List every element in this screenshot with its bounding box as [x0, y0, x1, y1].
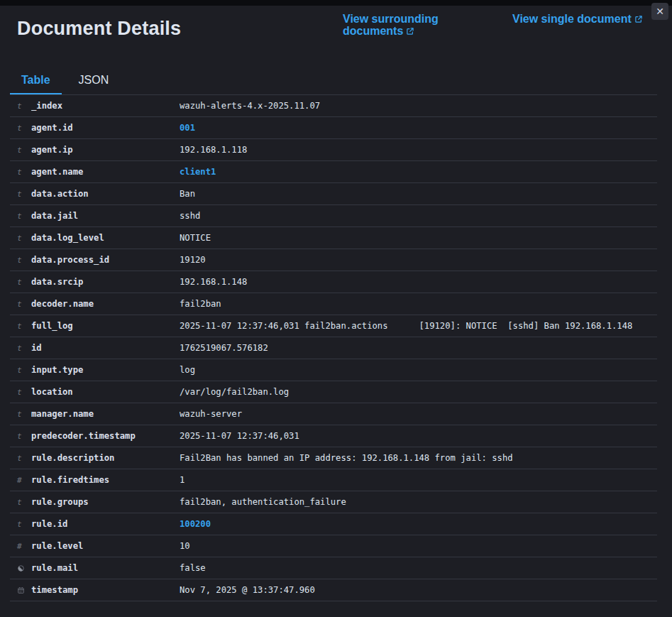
text-field-icon: t: [17, 366, 22, 375]
text-field-icon: t: [17, 432, 22, 441]
field-type-icon-cell: #: [17, 476, 31, 485]
field-name: manager.name: [31, 409, 180, 419]
view-surrounding-documents-link[interactable]: View surrounding documents: [343, 13, 453, 37]
field-type-icon-cell: t: [17, 300, 31, 309]
text-field-icon: t: [17, 322, 22, 331]
field-name: predecoder.timestamp: [31, 431, 180, 441]
tab-json[interactable]: JSON: [67, 67, 121, 94]
document-table: t_indexwazuh-alerts-4.x-2025.11.07tagent…: [10, 95, 657, 601]
field-value: false: [180, 563, 657, 573]
field-type-icon-cell: t: [17, 388, 31, 397]
field-type-icon-cell: t: [17, 498, 31, 507]
table-row: trule.descriptionFail2Ban has banned an …: [10, 447, 657, 469]
field-value: log: [180, 365, 657, 375]
table-row: tinput.typelog: [10, 359, 657, 381]
view-surrounding-documents-label: View surrounding documents: [343, 13, 439, 37]
table-row: #rule.level10: [10, 535, 657, 557]
field-type-icon-cell: t: [17, 168, 31, 177]
text-field-icon: t: [17, 344, 22, 353]
field-type-icon-cell: t: [17, 410, 31, 419]
table-row: tagent.id001: [10, 117, 657, 139]
table-row: tdata.jailsshd: [10, 205, 657, 227]
field-name: full_log: [31, 321, 180, 331]
field-value: 1: [180, 475, 657, 485]
page-background-strip: [0, 0, 672, 6]
text-field-icon: t: [17, 300, 22, 309]
table-row: trule.groupsfail2ban, authentication_fai…: [10, 491, 657, 513]
field-value: wazuh-alerts-4.x-2025.11.07: [180, 101, 657, 111]
field-value-link[interactable]: 100200: [180, 519, 657, 529]
field-value-link[interactable]: client1: [180, 167, 657, 177]
field-name: rule.mail: [31, 563, 180, 573]
field-value: 10: [180, 541, 657, 551]
text-field-icon: t: [17, 190, 22, 199]
text-field-icon: t: [17, 410, 22, 419]
field-name: id: [31, 343, 180, 353]
field-name: data.jail: [31, 211, 180, 221]
table-row: trule.id100200: [10, 513, 657, 535]
field-value: fail2ban, authentication_failure: [180, 497, 657, 507]
table-row: timestampNov 7, 2025 @ 13:37:47.960: [10, 579, 657, 601]
field-value-link[interactable]: 001: [180, 123, 657, 133]
field-type-icon-cell: #: [17, 542, 31, 551]
table-row: tid1762519067.576182: [10, 337, 657, 359]
text-field-icon: t: [17, 102, 22, 111]
field-type-icon-cell: t: [17, 454, 31, 463]
text-field-icon: t: [17, 388, 22, 397]
field-type-icon-cell: t: [17, 322, 31, 331]
field-name: data.process_id: [31, 255, 180, 265]
table-row: tmanager.namewazuh-server: [10, 403, 657, 425]
field-name: data.action: [31, 189, 180, 199]
field-type-icon-cell: t: [17, 256, 31, 265]
text-field-icon: t: [17, 498, 22, 507]
field-value: Ban: [180, 189, 657, 199]
field-name: agent.ip: [31, 145, 180, 155]
text-field-icon: t: [17, 212, 22, 221]
table-row: tagent.ip192.168.1.118: [10, 139, 657, 161]
field-name: input.type: [31, 365, 180, 375]
text-field-icon: t: [17, 454, 22, 463]
field-name: timestamp: [31, 585, 180, 595]
text-field-icon: t: [17, 520, 22, 529]
field-type-icon-cell: t: [17, 190, 31, 199]
field-type-icon-cell: t: [17, 278, 31, 287]
field-value: Nov 7, 2025 @ 13:37:47.960: [180, 585, 657, 595]
field-name: decoder.name: [31, 299, 180, 309]
table-row: t_indexwazuh-alerts-4.x-2025.11.07: [10, 95, 657, 117]
field-value: sshd: [180, 211, 657, 221]
field-name: agent.id: [31, 123, 180, 133]
close-button[interactable]: ✕: [651, 3, 668, 20]
number-field-icon: #: [17, 542, 22, 551]
table-row: tfull_log2025-11-07 12:37:46,031 fail2ba…: [10, 315, 657, 337]
field-name: rule.level: [31, 541, 180, 551]
external-link-icon: [406, 27, 414, 36]
field-value: Fail2Ban has banned an IP address: 192.1…: [180, 453, 657, 463]
field-type-icon-cell: [17, 564, 31, 572]
field-name: rule.firedtimes: [31, 475, 180, 485]
external-link-icon: [634, 15, 643, 23]
field-name: agent.name: [31, 167, 180, 177]
field-type-icon-cell: t: [17, 212, 31, 221]
text-field-icon: t: [17, 278, 22, 287]
table-row: #rule.firedtimes1: [10, 469, 657, 491]
field-value: wazuh-server: [180, 409, 657, 419]
field-value: NOTICE: [180, 233, 657, 243]
table-row: tlocation/var/log/fail2ban.log: [10, 381, 657, 403]
text-field-icon: t: [17, 124, 22, 133]
text-field-icon: t: [17, 168, 22, 177]
field-type-icon-cell: t: [17, 124, 31, 133]
table-row: tdata.log_levelNOTICE: [10, 227, 657, 249]
table-row: tagent.nameclient1: [10, 161, 657, 183]
field-value: 19120: [180, 255, 657, 265]
field-type-icon-cell: [17, 586, 31, 594]
close-icon: ✕: [656, 6, 664, 17]
field-name: data.srcip: [31, 277, 180, 287]
tab-table[interactable]: Table: [10, 67, 62, 94]
table-row: tdata.srcip192.168.1.148: [10, 271, 657, 293]
field-name: rule.groups: [31, 497, 180, 507]
field-name: location: [31, 387, 180, 397]
field-name: data.log_level: [31, 233, 180, 243]
view-single-document-link[interactable]: View single document: [512, 13, 647, 26]
field-value: 192.168.1.118: [180, 145, 657, 155]
field-type-icon-cell: t: [17, 102, 31, 111]
